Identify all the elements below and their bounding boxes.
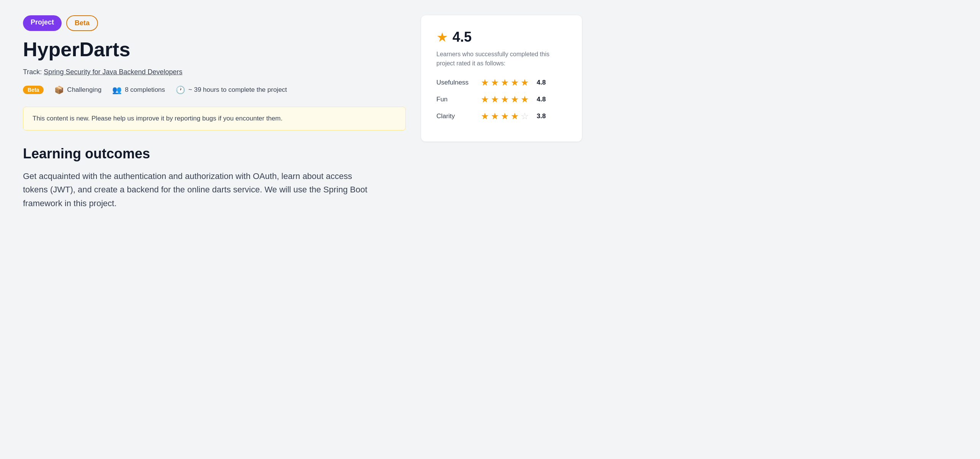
clarity-label: Clarity — [436, 112, 475, 120]
difficulty-label: Challenging — [67, 86, 101, 94]
clarity-row: Clarity ★ ★ ★ ★ ☆ 3.8 — [436, 111, 567, 122]
time-item: 🕐 ~ 39 hours to complete the project — [176, 85, 287, 94]
project-title: HyperDarts — [23, 39, 406, 60]
completions-label: 8 completions — [125, 86, 165, 94]
star-3: ★ — [501, 77, 509, 88]
star-2: ★ — [491, 77, 499, 88]
beta-small-badge: Beta — [23, 86, 44, 94]
learning-outcomes-description: Get acquainted with the authentication a… — [23, 169, 368, 210]
completions-icon: 👥 — [112, 85, 122, 94]
overall-score: 4.5 — [452, 29, 472, 45]
star-3: ★ — [501, 111, 509, 122]
time-label: ~ 39 hours to complete the project — [188, 86, 287, 94]
usefulness-score: 4.8 — [537, 79, 546, 86]
fun-score: 4.8 — [537, 96, 546, 103]
project-badge: Project — [23, 15, 62, 31]
rating-desc-line2: project rated it as follows: — [436, 60, 506, 67]
star-1: ★ — [481, 77, 489, 88]
clarity-score: 3.8 — [537, 112, 546, 120]
notice-text: This content is new. Please help us impr… — [33, 115, 283, 122]
beta-badge: Beta — [66, 15, 98, 31]
learning-outcomes-title: Learning outcomes — [23, 146, 406, 162]
completions-item: 👥 8 completions — [112, 85, 165, 94]
difficulty-item: 📦 Challenging — [54, 85, 101, 94]
rating-desc-line1: Learners who successfully completed this — [436, 51, 549, 57]
main-content: Project Beta HyperDarts Track: Spring Se… — [23, 15, 406, 210]
star-4: ★ — [511, 77, 519, 88]
star-4: ★ — [511, 111, 519, 122]
badges-row: Project Beta — [23, 15, 406, 31]
fun-row: Fun ★ ★ ★ ★ ★ 4.8 — [436, 94, 567, 105]
notice-box: This content is new. Please help us impr… — [23, 107, 406, 130]
clarity-stars: ★ ★ ★ ★ ☆ — [481, 111, 529, 122]
star-5: ★ — [521, 77, 529, 88]
star-2: ★ — [491, 111, 499, 122]
rating-card: ★ 4.5 Learners who successfully complete… — [421, 15, 582, 142]
track-link[interactable]: Spring Security for Java Backend Develop… — [44, 68, 182, 76]
star-3: ★ — [501, 94, 509, 105]
fun-stars: ★ ★ ★ ★ ★ — [481, 94, 529, 105]
usefulness-stars: ★ ★ ★ ★ ★ — [481, 77, 529, 88]
track-line: Track: Spring Security for Java Backend … — [23, 68, 406, 76]
usefulness-row: Usefulness ★ ★ ★ ★ ★ 4.8 — [436, 77, 567, 88]
star-4: ★ — [511, 94, 519, 105]
star-2: ★ — [491, 94, 499, 105]
star-5: ★ — [521, 94, 529, 105]
fun-label: Fun — [436, 96, 475, 103]
star-1: ★ — [481, 94, 489, 105]
usefulness-label: Usefulness — [436, 79, 475, 86]
star-1: ★ — [481, 111, 489, 122]
track-prefix: Track: — [23, 68, 42, 76]
time-icon: 🕐 — [176, 85, 185, 94]
overall-rating: ★ 4.5 — [436, 29, 567, 45]
rating-description: Learners who successfully completed this… — [436, 50, 567, 68]
overall-star-icon: ★ — [436, 29, 448, 45]
meta-row: Beta 📦 Challenging 👥 8 completions 🕐 ~ 3… — [23, 85, 406, 94]
star-5-empty: ☆ — [521, 111, 529, 122]
difficulty-icon: 📦 — [54, 85, 64, 94]
page-layout: Project Beta HyperDarts Track: Spring Se… — [23, 15, 942, 210]
